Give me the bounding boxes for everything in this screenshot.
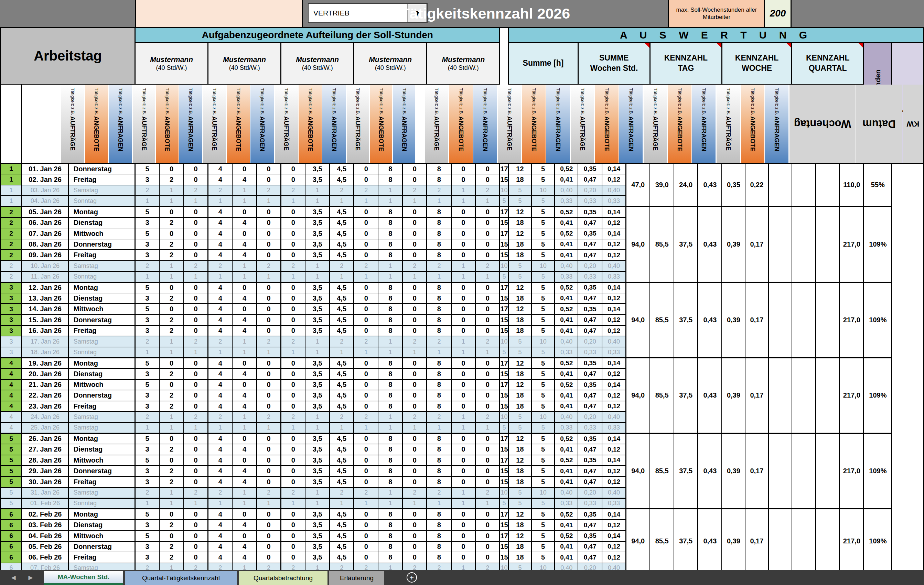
cell-activity-hours[interactable]: 0: [232, 530, 257, 541]
cell-activity-hours[interactable]: 0: [257, 218, 281, 228]
cell-activity-hours[interactable]: 0: [184, 401, 208, 412]
cell-activity-hours[interactable]: 0: [475, 163, 500, 174]
cell-sum-hours[interactable]: 18: [508, 174, 532, 185]
cell-summe-woche[interactable]: 39,0: [650, 163, 674, 207]
cell-activity-hours[interactable]: 4,5: [330, 541, 354, 552]
cell-activity-hours[interactable]: 4: [208, 541, 233, 552]
cell-activity-hours[interactable]: 4: [232, 466, 257, 476]
cell-kennzahl-tag[interactable]: 0,33: [578, 271, 602, 282]
cell-sum-hours[interactable]: 12: [508, 304, 532, 314]
cell-activity-hours[interactable]: 0: [403, 541, 427, 552]
cell-activity-hours[interactable]: 0: [281, 250, 305, 260]
cell-activity-hours[interactable]: 5: [135, 163, 160, 174]
cell-activity-hours[interactable]: 8: [427, 325, 451, 336]
cell-kennzahl-tag[interactable]: 0,33: [578, 196, 602, 206]
cell-activity-hours[interactable]: 0: [403, 444, 427, 455]
cell-activity-hours[interactable]: 8: [427, 520, 451, 530]
cell-activity-hours[interactable]: 0: [475, 509, 500, 520]
cell-activity-hours[interactable]: 1: [184, 347, 208, 358]
cell-activity-hours[interactable]: 3,5: [305, 433, 330, 444]
cell-activity-hours[interactable]: 0: [232, 282, 257, 293]
cell-kennzahl-tag[interactable]: 0,12: [602, 466, 626, 476]
cell-sum-hours[interactable]: 10: [531, 487, 555, 498]
cell-activity-hours[interactable]: 0: [159, 282, 184, 293]
cell-activity-hours[interactable]: 4: [208, 552, 233, 563]
cell-activity-hours[interactable]: 0: [257, 401, 281, 412]
cell-day[interactable]: Samstag: [68, 487, 135, 498]
cell-activity-hours[interactable]: 0: [354, 390, 378, 400]
cell-activity-hours[interactable]: 4: [232, 552, 257, 563]
cell-activity-hours[interactable]: 0: [451, 444, 476, 455]
cell-activity-hours[interactable]: 0: [475, 379, 500, 390]
cell-activity-hours[interactable]: 3: [135, 401, 160, 412]
cell-activity-hours[interactable]: 1: [475, 271, 500, 282]
cell-kennzahl-tag[interactable]: 0,47: [578, 466, 602, 476]
cell-activity-hours[interactable]: 2: [208, 412, 233, 422]
cell-sum-hours[interactable]: 15: [500, 218, 508, 228]
cell-activity-hours[interactable]: 2: [159, 520, 184, 530]
cell-activity-hours[interactable]: 8: [378, 325, 403, 336]
cell-activity-hours[interactable]: 2: [354, 185, 378, 196]
cell-day[interactable]: Sonntag: [68, 498, 135, 509]
cell-activity-hours[interactable]: 0: [354, 304, 378, 314]
cell-activity-hours[interactable]: 0: [257, 358, 281, 368]
cell-activity-hours[interactable]: 2: [159, 476, 184, 487]
cell-kennzahl-tag[interactable]: 0,41: [555, 368, 578, 379]
cell-kennzahl-tag[interactable]: 0,41: [555, 239, 578, 250]
cell-day[interactable]: Freitag: [68, 325, 135, 336]
cell-activity-hours[interactable]: 1: [403, 347, 427, 358]
cell-activity-hours[interactable]: 0: [159, 455, 184, 466]
cell-activity-hours[interactable]: 8: [378, 390, 403, 400]
cell-activity-hours[interactable]: 0: [281, 163, 305, 174]
cell-sum-hours[interactable]: 5: [508, 271, 532, 282]
cell-activity-hours[interactable]: 0: [475, 552, 500, 563]
cell-activity-hours[interactable]: 0: [281, 239, 305, 250]
cell-sum-hours[interactable]: 15: [500, 520, 508, 530]
cell-date[interactable]: 09. Jan 26: [21, 250, 68, 260]
cell-activity-hours[interactable]: 4: [208, 368, 233, 379]
cell-activity-hours[interactable]: 0: [354, 218, 378, 228]
cell-activity-hours[interactable]: 1: [281, 196, 305, 206]
cell-sum-hours[interactable]: 10: [500, 487, 508, 498]
cell-activity-hours[interactable]: 1: [378, 498, 403, 509]
cell-kennzahl-tag[interactable]: 0,40: [555, 487, 578, 498]
cell-kennzahl-tag[interactable]: 0,12: [602, 218, 626, 228]
cell-sum-hours[interactable]: 5: [531, 174, 555, 185]
cell-activity-hours[interactable]: 2: [159, 466, 184, 476]
cell-activity-hours[interactable]: 2: [159, 293, 184, 304]
cell-activity-hours[interactable]: 0: [475, 315, 500, 325]
cell-kw[interactable]: 1: [1, 196, 22, 206]
cell-sum-hours[interactable]: 17: [500, 163, 508, 174]
cell-date[interactable]: 13. Jan 26: [21, 293, 68, 304]
cell-day[interactable]: Mittwoch: [68, 530, 135, 541]
cell-activity-hours[interactable]: 0: [281, 509, 305, 520]
cell-sum-hours[interactable]: 5: [508, 185, 532, 196]
cell-sum-hours[interactable]: 5: [531, 401, 555, 412]
cell-kennzahl-woche[interactable]: 0,22: [745, 163, 769, 207]
cell-activity-hours[interactable]: 1: [378, 336, 403, 347]
cell-activity-hours[interactable]: 4,5: [330, 476, 354, 487]
cell-activity-hours[interactable]: 8: [378, 433, 403, 444]
cell-activity-hours[interactable]: 1: [159, 196, 184, 206]
cell-sum-hours[interactable]: 10: [531, 412, 555, 422]
cell-activity-hours[interactable]: 0: [159, 530, 184, 541]
cell-activity-hours[interactable]: 3,5: [305, 163, 330, 174]
cell-activity-hours[interactable]: 4: [208, 433, 233, 444]
cell-kennzahl-tag[interactable]: 0,52: [555, 282, 578, 293]
cell-activity-hours[interactable]: 4: [208, 358, 233, 368]
cell-sum-hours[interactable]: 15: [500, 541, 508, 552]
cell-activity-hours[interactable]: 1: [305, 498, 330, 509]
cell-sum-hours[interactable]: 5: [531, 390, 555, 400]
cell-kennzahl-tag[interactable]: 0,52: [555, 455, 578, 466]
cell-activity-hours[interactable]: 0: [451, 218, 476, 228]
cell-activity-hours[interactable]: 0: [475, 218, 500, 228]
cell-kw[interactable]: 3: [1, 315, 22, 325]
cell-kennzahl-woche[interactable]: 0,39: [722, 207, 745, 282]
cell-activity-hours[interactable]: 0: [451, 368, 476, 379]
cell-sum-hours[interactable]: 5: [531, 541, 555, 552]
cell-activity-hours[interactable]: 4: [208, 218, 233, 228]
cell-activity-hours[interactable]: 0: [451, 509, 476, 520]
cell-activity-hours[interactable]: 3,5: [305, 218, 330, 228]
cell-activity-hours[interactable]: 0: [257, 250, 281, 260]
cell-activity-hours[interactable]: 0: [451, 455, 476, 466]
